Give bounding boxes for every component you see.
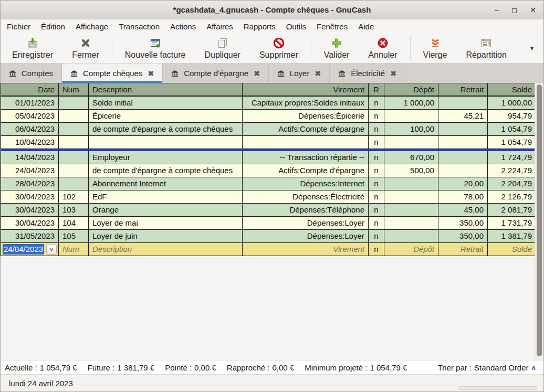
cell-solde[interactable]: 1 731,79 (488, 217, 536, 229)
toolbar-button-annuler[interactable]: Annuler (359, 36, 406, 61)
cell-virement[interactable]: Actifs:Compte d'épargne (243, 123, 369, 135)
column-header-solde[interactable]: Solde (488, 83, 536, 96)
cell-virement[interactable]: Dépenses:Téléphone (243, 204, 369, 216)
cell-date[interactable]: 05/04/2023 (1, 110, 59, 122)
cell-description[interactable]: Orange (89, 204, 243, 216)
cell-num[interactable] (59, 151, 89, 164)
column-header-description[interactable]: Description (89, 83, 243, 96)
column-header-r[interactable]: R (369, 83, 384, 96)
blank-transaction-row[interactable]: 24/04/2023∨NumDescriptionVirementnDépôtR… (1, 243, 536, 256)
cell-date[interactable]: 01/01/2023 (1, 97, 59, 109)
cell-r[interactable]: n (369, 136, 384, 149)
tab-compte-cheques[interactable]: Compte chèques✖ (62, 63, 163, 83)
tab-compte-d-epargne[interactable]: Compte d'épargne✖ (163, 63, 269, 83)
cell-date[interactable]: 06/04/2023 (1, 123, 59, 135)
cell-description[interactable]: Solde initial (89, 97, 243, 109)
cell-depot[interactable]: 670,00 (384, 151, 438, 164)
column-header-depot[interactable]: Dépôt (384, 83, 438, 96)
cell-retrait[interactable] (438, 164, 488, 177)
cell-date[interactable]: 30/04/2023 (1, 204, 59, 216)
cell-r[interactable]: n (369, 164, 384, 177)
cell-solde[interactable]: 2 204,79 (488, 177, 536, 190)
cell-retrait[interactable] (438, 123, 488, 135)
table-row[interactable]: 10/04/2023n1 054,79 (1, 136, 536, 149)
cell-description[interactable]: Loyer de juin (89, 230, 243, 242)
edit-cell-solde[interactable]: Solde (488, 243, 536, 256)
tab-close-icon[interactable]: ✖ (254, 69, 260, 78)
cell-retrait[interactable]: 350,00 (438, 230, 488, 242)
cell-r[interactable]: n (369, 110, 384, 122)
column-header-date[interactable]: Date (1, 83, 59, 96)
cell-virement[interactable]: Dépenses:Loyer (243, 230, 369, 242)
cell-num[interactable] (59, 97, 89, 109)
cell-depot[interactable]: 500,00 (384, 164, 438, 177)
cell-solde[interactable]: 2 126,79 (488, 190, 536, 203)
cell-depot[interactable]: 100,00 (384, 123, 438, 135)
cell-depot[interactable] (384, 110, 438, 122)
table-row[interactable]: 30/04/2023103OrangeDépenses:Téléphonen45… (1, 204, 536, 217)
menu-transaction[interactable]: Transaction (113, 20, 165, 33)
toolbar-button-dupliquer[interactable]: Dupliquer (195, 36, 249, 61)
scrollbar-thumb[interactable] (537, 84, 542, 356)
table-row[interactable]: 05/04/2023ÉpicerieDépenses:Épicerien45,2… (1, 110, 536, 123)
cell-date[interactable]: 24/04/2023 (1, 164, 59, 177)
cell-num[interactable]: 105 (59, 230, 89, 242)
cell-r[interactable]: n (369, 177, 384, 190)
title-bar[interactable]: *gcashdata_4.gnucash - Compte chèques - … (1, 1, 543, 19)
column-header-virement[interactable]: Virement (243, 83, 369, 96)
cell-r[interactable]: n (369, 217, 384, 229)
menu-actions[interactable]: Actions (165, 20, 201, 33)
column-header-retrait[interactable]: Retrait (438, 83, 488, 96)
cell-date[interactable]: 31/05/2023 (1, 230, 59, 242)
cell-solde[interactable]: 1 381,79 (488, 230, 536, 242)
cell-r[interactable]: n (369, 123, 384, 135)
tab-loyer[interactable]: Loyer✖ (269, 63, 330, 83)
cell-date[interactable]: 10/04/2023 (1, 136, 59, 149)
cell-description[interactable]: de compte d'épargne à compte chèques (89, 164, 243, 177)
cell-r[interactable]: n (369, 97, 384, 109)
toolbar-overflow-icon[interactable]: ▼ (522, 45, 541, 52)
table-row[interactable]: 30/04/2023104Loyer de maiDépenses:Loyern… (1, 217, 536, 230)
toolbar-button-supprimer[interactable]: Supprimer (250, 36, 308, 61)
cell-depot[interactable]: 1 000,00 (384, 97, 438, 109)
edit-cell-virement[interactable]: Virement (243, 243, 369, 256)
cell-description[interactable]: Abonnement Internet (89, 177, 243, 190)
cell-virement[interactable] (243, 136, 369, 149)
column-header-num[interactable]: Num (59, 83, 89, 96)
cell-num[interactable] (59, 136, 89, 149)
cell-num[interactable]: 102 (59, 190, 89, 203)
cell-date[interactable]: 14/04/2023 (1, 151, 59, 164)
date-dropdown-button[interactable]: ∨ (46, 244, 57, 255)
cell-retrait[interactable] (438, 151, 488, 164)
menu-aide[interactable]: Aide (353, 20, 379, 33)
edit-cell-date[interactable]: 24/04/2023∨ (1, 243, 59, 256)
cell-solde[interactable]: 1 054,79 (488, 123, 536, 135)
toolbar-button-enregistrer[interactable]: Enregistrer (3, 36, 62, 61)
close-icon[interactable]: ✕ (530, 6, 536, 14)
cell-virement[interactable]: Capitaux propres:Soldes initiaux (243, 97, 369, 109)
table-row[interactable]: 31/05/2023105Loyer de juinDépenses:Loyer… (1, 230, 536, 243)
tab-close-icon[interactable]: ✖ (148, 69, 154, 78)
table-row[interactable]: 14/04/2023Employeur-- Transaction répart… (1, 151, 536, 164)
cell-r[interactable]: n (369, 204, 384, 216)
cell-description[interactable] (89, 136, 243, 149)
cell-description[interactable]: de compte d'épargne à compte chèques (89, 123, 243, 135)
cell-r[interactable]: n (369, 190, 384, 203)
table-row[interactable]: 28/04/2023Abonnement InternetDépenses:In… (1, 177, 536, 190)
tab-close-icon[interactable]: ✖ (315, 69, 321, 78)
cell-solde[interactable]: 1 054,79 (488, 136, 536, 149)
cell-solde[interactable]: 954,79 (488, 110, 536, 122)
cell-depot[interactable] (384, 190, 438, 203)
cell-description[interactable]: Loyer de mai (89, 217, 243, 229)
cell-solde[interactable]: 1 724,79 (488, 151, 536, 164)
maximize-icon[interactable]: ◻ (511, 6, 518, 14)
cell-virement[interactable]: Dépenses:Internet (243, 177, 369, 190)
date-input-selected-text[interactable]: 24/04/2023 (3, 244, 44, 255)
cell-description[interactable]: Épicerie (89, 110, 243, 122)
cell-retrait[interactable] (438, 97, 488, 109)
cell-r[interactable]: n (369, 151, 384, 164)
table-row[interactable]: 06/04/2023de compte d'épargne à compte c… (1, 123, 536, 136)
cell-retrait[interactable]: 20,00 (438, 177, 488, 190)
edit-cell-num[interactable]: Num (59, 243, 89, 256)
cell-num[interactable] (59, 164, 89, 177)
